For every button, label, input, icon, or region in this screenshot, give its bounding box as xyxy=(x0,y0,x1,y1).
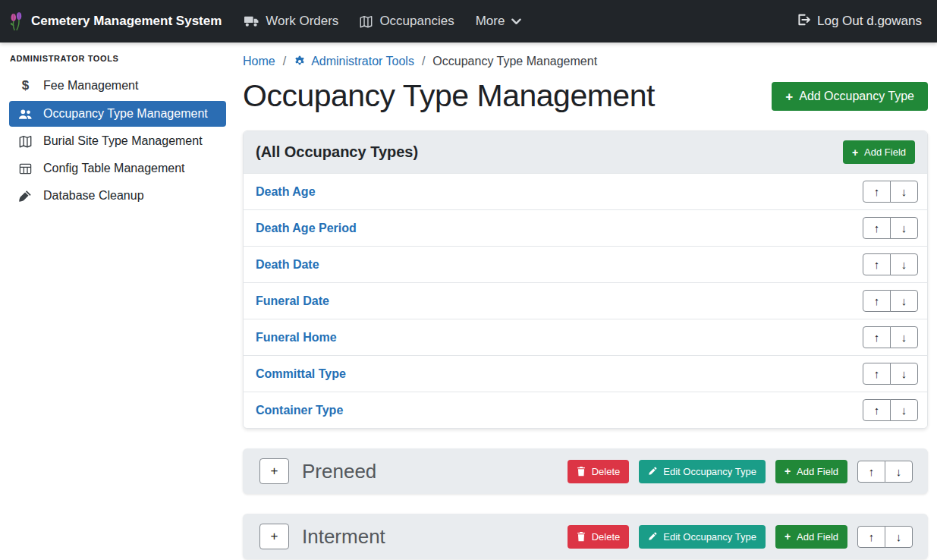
occupancy-type-panel-preneed: + Preneed Delete xyxy=(243,448,928,494)
panel-title: Interment xyxy=(302,525,385,549)
gear-icon xyxy=(294,55,306,68)
delete-button[interactable]: Delete xyxy=(568,525,630,549)
field-row: Death Age ↑ ↓ xyxy=(244,173,927,209)
field-link-funeral-home[interactable]: Funeral Home xyxy=(256,331,337,344)
nav-more[interactable]: More xyxy=(465,8,533,35)
trash-icon xyxy=(577,532,586,542)
edit-occupancy-type-button[interactable]: Edit Occupancy Type xyxy=(639,525,766,549)
reorder-group: ↑ ↓ xyxy=(863,181,918,203)
breadcrumb-separator: / xyxy=(422,55,425,68)
arrow-up-icon: ↑ xyxy=(869,465,875,478)
move-down-button[interactable]: ↓ xyxy=(890,363,918,385)
move-up-button[interactable]: ↑ xyxy=(863,326,891,348)
plus-icon: + xyxy=(271,529,278,544)
move-down-button[interactable]: ↓ xyxy=(890,253,918,275)
arrow-up-icon: ↑ xyxy=(874,185,880,198)
all-occupancy-types-header: (All Occupancy Types) + Add Field xyxy=(244,131,927,173)
truck-icon xyxy=(244,15,259,27)
all-occupancy-types-title: (All Occupancy Types) xyxy=(256,143,418,161)
breadcrumb-separator: / xyxy=(283,55,286,68)
field-link-death-date[interactable]: Death Date xyxy=(256,258,319,272)
breadcrumb-admin-tools-link[interactable]: Administrator Tools xyxy=(294,55,414,68)
delete-label: Delete xyxy=(592,531,621,543)
logout-link[interactable]: Log Out d.gowans xyxy=(797,13,922,30)
sidebar-item-fee-management[interactable]: $ Fee Management xyxy=(9,72,226,99)
reorder-group: ↑ ↓ xyxy=(863,326,918,348)
page-header: Occupancy Type Management + Add Occupanc… xyxy=(243,78,928,114)
nav-occupancies[interactable]: Occupancies xyxy=(349,8,464,35)
flower-logo-icon xyxy=(8,11,24,32)
add-field-button[interactable]: + Add Field xyxy=(843,140,915,164)
move-up-button[interactable]: ↑ xyxy=(863,253,891,275)
move-up-button[interactable]: ↑ xyxy=(863,217,891,239)
sidebar-item-label: Fee Management xyxy=(43,79,138,93)
reorder-group: ↑ ↓ xyxy=(863,290,918,312)
field-row: Funeral Home ↑ ↓ xyxy=(244,319,927,355)
field-link-funeral-date[interactable]: Funeral Date xyxy=(256,294,329,308)
add-field-button[interactable]: + Add Field xyxy=(775,525,847,549)
app-brand[interactable]: Cemetery Management System xyxy=(8,11,222,32)
move-down-button[interactable]: ↓ xyxy=(885,461,913,483)
expand-button[interactable]: + xyxy=(259,458,289,484)
move-up-button[interactable]: ↑ xyxy=(857,526,885,548)
move-down-button[interactable]: ↓ xyxy=(890,217,918,239)
add-field-button[interactable]: + Add Field xyxy=(775,460,847,483)
pencil-icon xyxy=(648,532,657,541)
arrow-down-icon: ↓ xyxy=(901,331,907,344)
sidebar-item-database-cleanup[interactable]: Database Cleanup xyxy=(9,183,226,209)
field-link-committal-type[interactable]: Committal Type xyxy=(256,367,346,381)
nav-work-orders[interactable]: Work Orders xyxy=(234,8,349,35)
plus-icon: + xyxy=(785,90,793,103)
pencil-icon xyxy=(648,467,657,476)
edit-occupancy-type-label: Edit Occupancy Type xyxy=(663,466,756,477)
arrow-up-icon: ↑ xyxy=(874,222,880,234)
add-occupancy-type-button[interactable]: + Add Occupancy Type xyxy=(772,82,928,111)
occupancy-type-panel-interment: + Interment Delete xyxy=(243,514,928,559)
chevron-down-icon xyxy=(511,18,521,25)
move-up-button[interactable]: ↑ xyxy=(863,290,891,312)
field-link-death-age[interactable]: Death Age xyxy=(256,185,316,199)
add-field-label: Add Field xyxy=(797,531,838,543)
move-down-button[interactable]: ↓ xyxy=(890,181,918,203)
app-title: Cemetery Management System xyxy=(31,14,222,29)
panel-actions: Delete Edit Occupancy Type + Add Field xyxy=(568,525,913,549)
broom-icon xyxy=(17,190,33,203)
arrow-up-icon: ↑ xyxy=(869,530,875,543)
move-down-button[interactable]: ↓ xyxy=(890,326,918,348)
map-icon xyxy=(360,15,373,28)
expand-button[interactable]: + xyxy=(259,524,289,549)
move-down-button[interactable]: ↓ xyxy=(890,399,918,421)
edit-occupancy-type-button[interactable]: Edit Occupancy Type xyxy=(639,460,766,483)
move-down-button[interactable]: ↓ xyxy=(885,526,913,548)
field-row: Container Type ↑ ↓ xyxy=(244,392,927,428)
logout-icon xyxy=(797,13,810,30)
table-icon xyxy=(17,162,33,175)
sidebar-item-label: Burial Site Type Management xyxy=(43,134,203,148)
move-up-button[interactable]: ↑ xyxy=(863,399,891,421)
arrow-down-icon: ↓ xyxy=(896,530,902,543)
dollar-icon: $ xyxy=(17,78,33,93)
move-up-button[interactable]: ↑ xyxy=(857,461,885,483)
add-field-label: Add Field xyxy=(864,146,906,158)
arrow-down-icon: ↓ xyxy=(901,294,907,307)
trash-icon xyxy=(577,467,586,477)
reorder-group: ↑ ↓ xyxy=(863,253,918,275)
nav-more-label: More xyxy=(476,14,505,29)
field-row: Committal Type ↑ ↓ xyxy=(244,355,927,392)
sidebar-item-occupancy-type-management[interactable]: Occupancy Type Management xyxy=(9,101,226,127)
page-layout: Administrator Tools $ Fee Management Occ… xyxy=(0,42,937,560)
reorder-group: ↑ ↓ xyxy=(863,217,918,239)
top-navbar: Cemetery Management System Work Orders xyxy=(0,0,937,42)
move-up-button[interactable]: ↑ xyxy=(863,363,891,385)
field-link-death-age-period[interactable]: Death Age Period xyxy=(256,222,357,235)
arrow-down-icon: ↓ xyxy=(901,258,907,271)
delete-button[interactable]: Delete xyxy=(568,460,630,483)
sidebar-item-config-table-management[interactable]: Config Table Management xyxy=(9,156,226,181)
move-down-button[interactable]: ↓ xyxy=(890,290,918,312)
field-link-container-type[interactable]: Container Type xyxy=(256,404,343,417)
breadcrumb-home-link[interactable]: Home xyxy=(243,55,275,68)
sidebar-item-burial-site-type-management[interactable]: Burial Site Type Management xyxy=(9,128,226,154)
all-occupancy-types-card: (All Occupancy Types) + Add Field Death … xyxy=(243,131,928,429)
move-up-button[interactable]: ↑ xyxy=(863,181,891,203)
arrow-up-icon: ↑ xyxy=(874,367,880,380)
